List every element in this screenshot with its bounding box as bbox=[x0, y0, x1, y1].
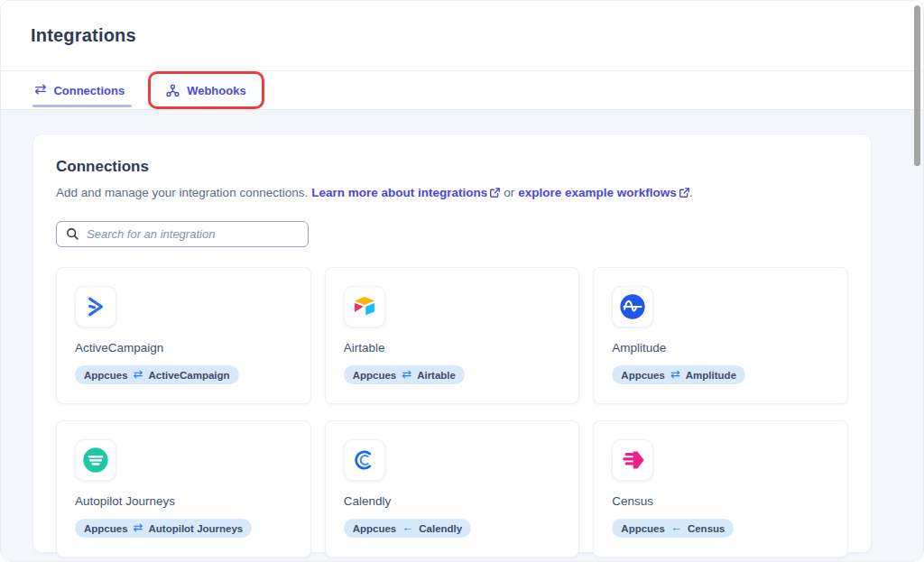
integration-card-calendly[interactable]: Calendly Appcues ← Calendly bbox=[325, 420, 580, 557]
search-box bbox=[56, 221, 309, 247]
description-period: . bbox=[689, 186, 693, 199]
search-input[interactable] bbox=[87, 227, 299, 241]
webhook-icon bbox=[166, 84, 180, 97]
panel-heading: Connections bbox=[56, 158, 848, 176]
connection-badge: Appcues ⇄ ActiveCampaign bbox=[75, 365, 239, 384]
badge-arrow-icon: ⇄ bbox=[134, 521, 143, 533]
connection-badge: Appcues ← Census bbox=[612, 519, 734, 538]
amplitude-logo bbox=[612, 286, 653, 327]
integration-card-autopilot-journeys[interactable]: Autopilot Journeys Appcues ⇄ Autopilot J… bbox=[56, 420, 311, 557]
census-logo bbox=[612, 439, 653, 481]
tab-webhooks[interactable]: Webhooks bbox=[148, 71, 264, 109]
main-content: Connections Add and manage your integrat… bbox=[1, 110, 923, 562]
panel-description: Add and manage your integration connecti… bbox=[56, 185, 848, 201]
connections-panel: Connections Add and manage your integrat… bbox=[32, 134, 872, 553]
integration-name: ActiveCampaign bbox=[75, 341, 292, 355]
badge-arrow-icon: ⇄ bbox=[134, 368, 143, 380]
integration-name: Calendly bbox=[344, 494, 561, 508]
integration-name: Autopilot Journeys bbox=[75, 494, 292, 508]
activecampaign-logo bbox=[75, 286, 116, 327]
badge-arrow-icon: ⇄ bbox=[670, 368, 680, 380]
integration-card-amplitude[interactable]: Amplitude Appcues ⇄ Amplitude bbox=[593, 267, 848, 404]
external-link-icon bbox=[490, 186, 500, 202]
external-link-icon bbox=[679, 186, 689, 202]
autopilot-journeys-logo bbox=[75, 439, 116, 481]
tab-webhooks-label: Webhooks bbox=[187, 84, 246, 97]
badge-arrow-icon: ← bbox=[402, 521, 413, 533]
integration-grid: ActiveCampaign Appcues ⇄ ActiveCampaign bbox=[56, 267, 848, 557]
vertical-scrollbar-thumb[interactable] bbox=[914, 5, 920, 166]
connection-badge: Appcues ← Calendly bbox=[344, 519, 472, 538]
airtable-logo bbox=[344, 286, 385, 327]
example-workflows-link[interactable]: explore example workflows bbox=[518, 185, 689, 201]
tab-connections-label: Connections bbox=[53, 84, 125, 97]
badge-arrow-icon: ⇄ bbox=[402, 368, 411, 380]
active-tab-underline bbox=[32, 105, 132, 107]
page-header: Integrations bbox=[1, 1, 923, 71]
connection-badge: Appcues ⇄ Airtable bbox=[344, 365, 465, 384]
integration-card-activecampaign[interactable]: ActiveCampaign Appcues ⇄ ActiveCampaign bbox=[56, 267, 311, 404]
connection-badge: Appcues ⇄ Amplitude bbox=[612, 365, 745, 384]
description-lead: Add and manage your integration connecti… bbox=[56, 186, 308, 199]
tab-connections[interactable]: ⇄ Connections bbox=[32, 71, 135, 109]
integration-name: Amplitude bbox=[612, 341, 829, 355]
page-title: Integrations bbox=[31, 25, 136, 46]
badge-arrow-icon: ← bbox=[670, 521, 682, 533]
integration-name: Airtable bbox=[344, 341, 561, 355]
integrations-page: Integrations ⇄ Connections Webhooks Conn… bbox=[0, 0, 924, 562]
integration-card-airtable[interactable]: Airtable Appcues ⇄ Airtable bbox=[325, 267, 580, 404]
search-icon bbox=[66, 227, 79, 241]
connection-badge: Appcues ⇄ Autopilot Journeys bbox=[75, 519, 252, 538]
calendly-logo bbox=[344, 439, 385, 481]
learn-more-link[interactable]: Learn more about integrations bbox=[311, 185, 500, 201]
swap-arrows-icon: ⇄ bbox=[34, 82, 46, 97]
integration-card-census[interactable]: Census Appcues ← Census bbox=[593, 420, 848, 557]
tab-bar: ⇄ Connections Webhooks bbox=[1, 71, 923, 110]
description-conjunction: or bbox=[504, 186, 514, 199]
integration-name: Census bbox=[612, 494, 829, 508]
